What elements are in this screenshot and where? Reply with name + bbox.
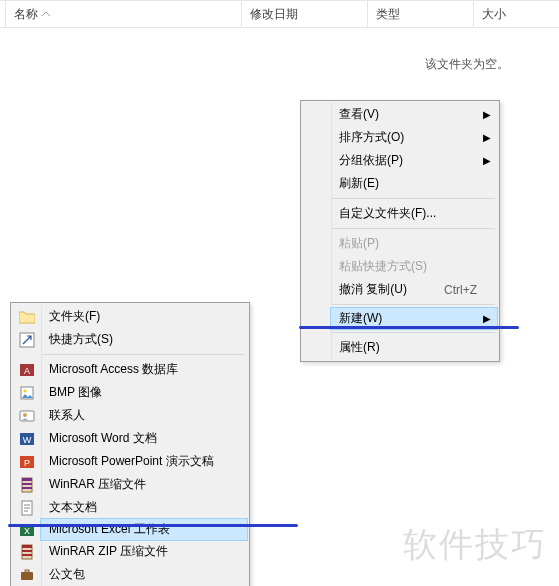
menu-item-view[interactable]: 查看(V) ▶ [331,103,497,126]
menu-label: Microsoft Access 数据库 [49,361,178,378]
svg-text:P: P [24,458,30,468]
text-icon [17,500,37,516]
column-header-type[interactable]: 类型 [368,1,474,27]
submenu-arrow-icon: ▶ [483,110,491,120]
submenu-arrow-icon: ▶ [483,133,491,143]
svg-text:X: X [24,526,30,536]
new-submenu: 文件夹(F) 快捷方式(S) A Microsoft Access 数据库 BM… [10,302,250,586]
excel-icon: X [17,522,37,538]
menu-item-refresh[interactable]: 刷新(E) [331,172,497,195]
menu-label: WinRAR ZIP 压缩文件 [49,543,168,560]
menu-label: 属性(R) [339,339,380,356]
access-icon: A [17,362,37,378]
menu-label: Microsoft Word 文档 [49,430,157,447]
zip-icon [17,544,37,560]
svg-point-6 [23,413,27,417]
column-header-name[interactable]: 名称 [6,1,242,27]
menu-item-paste: 粘贴(P) [331,232,497,255]
submenu-arrow-icon: ▶ [483,156,491,166]
menu-label: 公文包 [49,566,85,583]
menu-label: 联系人 [49,407,85,424]
submenu-item-folder[interactable]: 文件夹(F) [41,305,247,328]
menu-label: 排序方式(O) [339,129,404,146]
column-label: 名称 [14,6,38,23]
menu-label: 文本文档 [49,499,97,516]
shortcut-icon [17,332,37,348]
menu-shortcut: Ctrl+Z [414,283,477,297]
menu-label: Microsoft PowerPoint 演示文稿 [49,453,214,470]
submenu-item-excel[interactable]: X Microsoft Excel 工作表 [40,518,248,541]
menu-item-group[interactable]: 分组依据(P) ▶ [331,149,497,172]
sort-asc-icon [42,10,50,18]
menu-separator [331,332,495,333]
svg-rect-14 [22,487,32,489]
menu-item-paste-shortcut: 粘贴快捷方式(S) [331,255,497,278]
menu-separator [331,198,495,199]
menu-label: 粘贴快捷方式(S) [339,258,427,275]
submenu-item-briefcase[interactable]: 公文包 [41,563,247,586]
svg-rect-22 [22,545,32,548]
menu-separator [41,354,245,355]
folder-icon [17,310,37,324]
menu-label: 粘贴(P) [339,235,379,252]
column-label: 类型 [376,6,400,23]
submenu-item-access[interactable]: A Microsoft Access 数据库 [41,358,247,381]
submenu-item-word[interactable]: W Microsoft Word 文档 [41,427,247,450]
svg-rect-24 [22,554,32,556]
menu-label: 文件夹(F) [49,308,100,325]
column-header-row: 名称 修改日期 类型 大小 [0,0,559,28]
submenu-item-ppt[interactable]: P Microsoft PowerPoint 演示文稿 [41,450,247,473]
submenu-item-bmp[interactable]: BMP 图像 [41,381,247,404]
watermark: 软件技巧 [403,522,547,568]
menu-label: 刷新(E) [339,175,379,192]
contact-icon [17,408,37,424]
empty-folder-message: 该文件夹为空。 [0,56,559,73]
menu-label: 查看(V) [339,106,379,123]
submenu-arrow-icon: ▶ [483,314,491,324]
column-header-modified[interactable]: 修改日期 [242,1,368,27]
menu-label: 撤消 复制(U) [339,281,407,298]
svg-rect-12 [22,478,32,481]
menu-label: Microsoft Excel 工作表 [49,521,170,538]
menu-label: 快捷方式(S) [49,331,113,348]
svg-point-4 [24,389,27,392]
menu-item-new[interactable]: 新建(W) ▶ [330,307,498,330]
submenu-item-shortcut[interactable]: 快捷方式(S) [41,328,247,351]
menu-label: BMP 图像 [49,384,102,401]
menu-item-sort[interactable]: 排序方式(O) ▶ [331,126,497,149]
menu-item-customize[interactable]: 自定义文件夹(F)... [331,202,497,225]
submenu-item-txt[interactable]: 文本文档 [41,496,247,519]
menu-item-undo[interactable]: 撤消 复制(U) Ctrl+Z [331,278,497,301]
bmp-icon [17,385,37,401]
menu-label: 新建(W) [339,310,382,327]
word-icon: W [17,431,37,447]
menu-label: 自定义文件夹(F)... [339,205,436,222]
svg-rect-23 [22,550,32,552]
menu-separator [331,304,495,305]
rar-icon [17,477,37,493]
menu-label: 分组依据(P) [339,152,403,169]
svg-rect-26 [25,570,29,572]
menu-separator [331,228,495,229]
column-label: 修改日期 [250,6,298,23]
context-menu: 查看(V) ▶ 排序方式(O) ▶ 分组依据(P) ▶ 刷新(E) 自定义文件夹… [300,100,500,362]
svg-rect-25 [21,572,33,580]
menu-label: WinRAR 压缩文件 [49,476,146,493]
submenu-item-zip[interactable]: WinRAR ZIP 压缩文件 [41,540,247,563]
submenu-item-rar[interactable]: WinRAR 压缩文件 [41,473,247,496]
svg-text:W: W [23,435,32,445]
submenu-item-contact[interactable]: 联系人 [41,404,247,427]
column-label: 大小 [482,6,506,23]
powerpoint-icon: P [17,454,37,470]
svg-rect-13 [22,483,32,485]
menu-item-properties[interactable]: 属性(R) [331,336,497,359]
briefcase-icon [17,567,37,583]
column-header-size[interactable]: 大小 [474,1,559,27]
svg-text:A: A [24,366,30,376]
